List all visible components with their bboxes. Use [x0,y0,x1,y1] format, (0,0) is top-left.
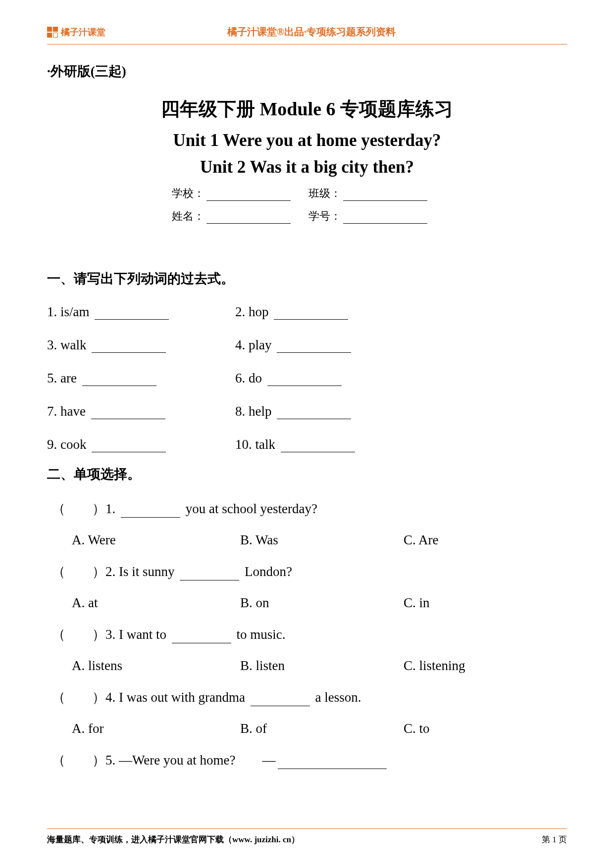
name-blank[interactable] [206,214,291,224]
student-info: 学校： 班级： 姓名： 学号： [47,186,567,224]
answer-blank[interactable] [277,342,351,353]
id-label: 学号： [308,210,341,222]
verb-label: 4. play [235,338,272,352]
answer-blank[interactable] [274,309,348,320]
name-label: 姓名： [172,210,205,222]
answer-blank[interactable] [267,375,342,386]
school-label: 学校： [172,187,205,199]
answer-blank[interactable] [95,309,169,320]
stem-blank[interactable] [121,507,180,518]
brand-text: 橘子汁课堂 [61,26,105,38]
option-b[interactable]: B. on [240,595,404,611]
mcq-stem: （ ）5. —Were you at home? — [52,751,567,769]
title-line-1: 四年级下册 Module 6 专项题库练习 [47,96,567,122]
verb-label: 3. walk [47,338,86,352]
verb-item: 6. do [235,371,423,386]
answer-blank[interactable] [277,408,351,419]
mcq-options: A. Were B. Was C. Are [52,532,567,548]
stem-pre: （ ）5. —Were you at home? — [52,753,276,768]
header-center-text: 橘子汁课堂®出品·专项练习题系列资料 [105,25,567,39]
page-footer: 海量题库、专项训练，进入橘子汁课堂官网下载（www. juzizhi. cn） … [47,828,567,845]
verb-item: 4. play [235,338,423,353]
edition-label: ·外研版(三起) [47,62,126,80]
verb-item: 7. have [47,404,235,419]
mcq-stem: （ ）1. you at school yesterday? [52,500,567,518]
mcq-stem: （ ）2. Is it sunny London? [52,563,567,580]
stem-pre: （ ）3. I want to [52,627,170,642]
id-blank[interactable] [343,214,427,224]
brand-logo: 橘子汁课堂 [47,26,105,38]
stem-pre: （ ）4. I was out with grandma [52,690,249,705]
footer-page-number: 第 1 页 [542,834,567,845]
option-c[interactable]: C. in [404,595,552,611]
mcq-question: （ ）2. Is it sunny London? A. at B. on C.… [52,563,567,611]
school-blank[interactable] [206,191,291,201]
answer-blank[interactable] [91,408,165,419]
section-2: 二、单项选择。 （ ）1. you at school yesterday? A… [47,465,567,784]
option-a[interactable]: A. at [72,595,240,611]
option-b[interactable]: B. listen [240,658,404,674]
stem-post: a lesson. [312,690,361,705]
verb-label: 1. is/am [47,304,90,319]
verb-item: 2. hop [235,304,423,320]
page-header: 橘子汁课堂 橘子汁课堂®出品·专项练习题系列资料 [47,20,567,45]
verb-item: 9. cook [47,437,235,452]
stem-blank[interactable] [180,570,239,580]
option-b[interactable]: B. of [240,721,404,736]
section-1: 一、请写出下列动词的过去式。 1. is/am 2. hop 3. walk 4… [47,270,567,452]
stem-blank[interactable] [172,632,231,643]
section-1-title: 一、请写出下列动词的过去式。 [47,270,567,288]
verb-item: 8. help [235,404,423,419]
option-c[interactable]: C. listening [404,658,552,674]
mcq-question: （ ）5. —Were you at home? — [52,751,567,769]
option-b[interactable]: B. Was [240,532,404,548]
verb-label: 5. are [47,371,77,386]
footer-left: 海量题库、专项训练，进入橘子汁课堂官网下载（www. juzizhi. cn） [47,834,300,845]
option-c[interactable]: C. Are [404,532,552,548]
stem-post: you at school yesterday? [182,501,317,516]
title-block: 四年级下册 Module 6 专项题库练习 Unit 1 Were you at… [47,96,567,232]
mcq-question: （ ）4. I was out with grandma a lesson. A… [52,688,567,736]
verb-label: 6. do [235,371,262,386]
option-c[interactable]: C. to [404,721,552,736]
stem-pre: （ ）2. Is it sunny [52,564,178,579]
verb-label: 8. help [235,404,272,419]
mcq-options: A. listens B. listen C. listening [52,658,567,674]
option-a[interactable]: A. Were [72,532,240,548]
verb-label: 7. have [47,404,86,419]
option-a[interactable]: A. listens [72,658,240,674]
title-line-3: Unit 2 Was it a big city then? [47,157,567,177]
verb-item: 3. walk [47,338,235,353]
class-label: 班级： [308,187,341,199]
stem-post: to music. [233,627,286,642]
stem-blank[interactable] [278,758,387,769]
option-a[interactable]: A. for [72,721,240,736]
verb-item: 1. is/am [47,304,235,320]
verb-grid: 1. is/am 2. hop 3. walk 4. play 5. are 6… [47,304,567,452]
verb-label: 2. hop [235,304,269,319]
mcq-question: （ ）1. you at school yesterday? A. Were B… [52,500,567,548]
section-2-title: 二、单项选择。 [47,465,567,483]
answer-blank[interactable] [92,441,166,452]
mcq-options: A. for B. of C. to [52,721,567,736]
answer-blank[interactable] [82,375,156,386]
mcq-stem: （ ）3. I want to to music. [52,626,567,643]
title-line-2: Unit 1 Were you at home yesterday? [47,131,567,150]
mcq-question: （ ）3. I want to to music. A. listens B. … [52,626,567,674]
stem-post: London? [241,564,292,579]
mcq-stem: （ ）4. I was out with grandma a lesson. [52,688,567,706]
verb-item: 10. talk [235,437,423,452]
mcq-list: （ ）1. you at school yesterday? A. Were B… [47,500,567,769]
logo-icon [47,27,58,38]
answer-blank[interactable] [281,441,355,452]
mcq-options: A. at B. on C. in [52,595,567,611]
answer-blank[interactable] [92,342,166,353]
verb-label: 10. talk [235,437,275,452]
stem-blank[interactable] [251,695,310,706]
verb-item: 5. are [47,371,235,386]
class-blank[interactable] [343,191,427,201]
stem-pre: （ ）1. [52,501,119,516]
verb-label: 9. cook [47,437,86,452]
